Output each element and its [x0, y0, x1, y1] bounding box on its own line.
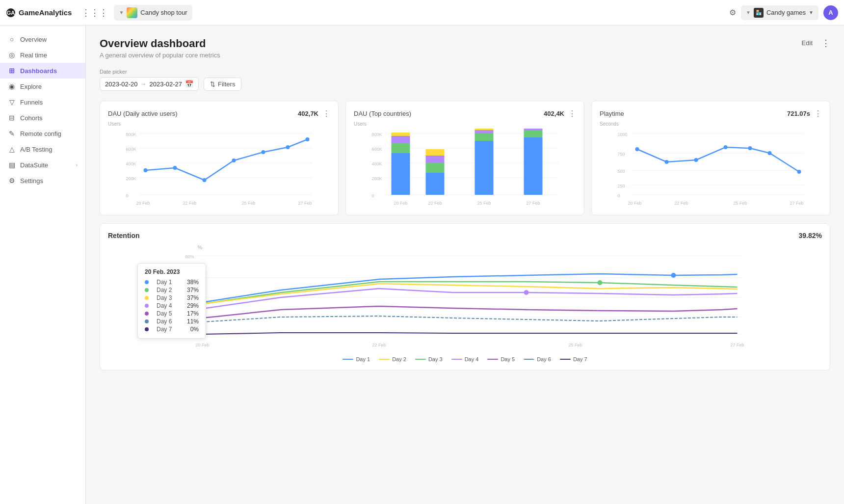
sidebar-item-remote-config[interactable]: ✎ Remote config	[0, 126, 85, 141]
legend-day4-label: Day 4	[465, 356, 479, 362]
svg-point-63	[635, 147, 639, 151]
svg-text:200K: 200K	[372, 176, 382, 181]
retention-card: Retention 39.82% 20 Feb. 2023 Day 1 38% …	[100, 223, 830, 371]
sidebar-label-settings: Settings	[20, 177, 43, 185]
card-dau-countries: DAU (Top countries) 402,4K ⋮ Users 800K …	[345, 101, 584, 215]
day5-label: Day 5	[157, 310, 179, 317]
svg-point-69	[797, 170, 801, 174]
svg-text:27 Feb: 27 Feb	[526, 201, 540, 206]
sidebar-item-dashboards[interactable]: ⊞ Dashboards	[0, 63, 85, 79]
date-range-input[interactable]: 2023-02-20 → 2023-02-27 📅	[100, 77, 199, 91]
filter-icon: ⇅	[210, 80, 215, 88]
card-playtime-value: 721.07s	[787, 110, 810, 117]
day7-label: Day 7	[157, 326, 183, 333]
day2-dot	[145, 288, 149, 292]
svg-rect-46	[524, 131, 543, 137]
retention-value: 39.82%	[799, 232, 822, 239]
day7-dot	[145, 327, 149, 331]
day4-label: Day 4	[157, 302, 179, 309]
day3-dot	[145, 296, 149, 300]
page-actions: Edit ⋮	[798, 37, 830, 49]
svg-text:250: 250	[618, 184, 625, 188]
chevron-org-icon: ▼	[746, 10, 751, 15]
sidebar-item-explore[interactable]: ◉ Explore	[0, 79, 85, 94]
legend-day2: Day 2	[379, 356, 406, 362]
svg-rect-40	[426, 149, 445, 156]
tooltip-row-day4: Day 4 29%	[145, 302, 199, 310]
org-selector[interactable]: ▼ 🏪 Candy games ▼	[741, 5, 818, 20]
svg-rect-37	[426, 173, 445, 195]
legend-day7-line	[560, 359, 571, 360]
dau-chart: 800K 600K 400K 200K 0	[108, 129, 330, 207]
sidebar-item-ab-testing[interactable]: △ A/B Testing	[0, 141, 85, 157]
svg-rect-42	[475, 133, 494, 141]
sidebar-label-realtime: Real time	[20, 52, 47, 59]
date-picker-label: Date picker	[100, 69, 830, 75]
svg-point-68	[768, 151, 772, 155]
sidebar-label-overview: Overview	[20, 36, 47, 43]
sidebar-item-realtime[interactable]: ◎ Real time	[0, 47, 85, 63]
card-dau-countries-axis: Users	[354, 121, 576, 127]
overview-icon: ○	[8, 35, 16, 43]
sidebar-item-overview[interactable]: ○ Overview	[0, 31, 85, 47]
retention-svg: 60% 45% 30% 15% 0	[108, 243, 822, 351]
svg-rect-43	[475, 130, 494, 133]
svg-text:60%: 60%	[185, 254, 194, 259]
topbar-right: ⚙ ▼ 🏪 Candy games ▼ A	[729, 5, 838, 20]
sidebar-item-cohorts[interactable]: ⊟ Cohorts	[0, 110, 85, 126]
more-options-button[interactable]: ⋮	[821, 38, 830, 49]
svg-text:200K: 200K	[126, 176, 136, 181]
svg-text:22 Feb: 22 Feb	[372, 343, 386, 347]
sidebar: ○ Overview ◎ Real time ⊞ Dashboards ◉ Ex…	[0, 26, 86, 504]
svg-text:22 Feb: 22 Feb	[183, 201, 196, 206]
chevron-down-icon: ▼	[809, 10, 814, 15]
svg-point-15	[232, 159, 236, 162]
settings-sidebar-icon: ⚙	[8, 177, 16, 185]
day6-label: Day 6	[157, 318, 179, 325]
legend-day2-line	[379, 359, 390, 360]
tooltip-row-day7: Day 7 0%	[145, 325, 199, 333]
day6-val: 11%	[187, 318, 199, 325]
playtime-chart: 1000 750 500 250 0	[600, 129, 822, 207]
grid-icon[interactable]: ⋮⋮⋮	[81, 7, 108, 18]
svg-text:0: 0	[372, 193, 374, 198]
card-playtime-more[interactable]: ⋮	[814, 109, 822, 118]
tooltip-row-day6: Day 6 11%	[145, 318, 199, 325]
sidebar-item-datasuite[interactable]: ▤ DataSuite ›	[0, 157, 85, 173]
cohorts-icon: ⊟	[8, 114, 16, 122]
retention-tooltip: 20 Feb. 2023 Day 1 38% Day 2 37% Day 3	[137, 263, 206, 339]
day2-label: Day 2	[157, 287, 179, 293]
org-icon: 🏪	[754, 8, 764, 18]
day6-dot	[145, 319, 149, 323]
card-dau-header: DAU (Daily active users) 402,7K ⋮	[108, 109, 330, 118]
legend-day5-label: Day 5	[501, 356, 515, 362]
settings-icon[interactable]: ⚙	[729, 8, 736, 17]
svg-text:22 Feb: 22 Feb	[674, 201, 688, 206]
svg-text:27 Feb: 27 Feb	[298, 201, 312, 206]
topbar: GA GameAnalytics ⋮⋮⋮ ▼ Candy shop tour ⚙…	[0, 0, 844, 26]
legend-day1: Day 1	[343, 356, 370, 362]
game-selector[interactable]: ▼ Candy shop tour	[114, 5, 192, 21]
legend-day1-label: Day 1	[356, 356, 370, 362]
card-dau-countries-header: DAU (Top countries) 402,4K ⋮	[354, 109, 576, 118]
legend-day2-label: Day 2	[392, 356, 406, 362]
sidebar-item-settings[interactable]: ⚙ Settings	[0, 173, 85, 188]
page-header-left: Overview dashboard A general overview of…	[100, 37, 220, 59]
svg-rect-35	[392, 136, 410, 143]
day3-label: Day 3	[157, 294, 179, 301]
main-content: Overview dashboard A general overview of…	[86, 26, 844, 504]
card-dau-countries-more[interactable]: ⋮	[568, 109, 576, 118]
filters-button[interactable]: ⇅ Filters	[204, 78, 241, 91]
card-dau-more[interactable]: ⋮	[322, 109, 330, 118]
avatar[interactable]: A	[823, 5, 838, 20]
svg-rect-38	[426, 163, 445, 173]
day4-val: 29%	[187, 302, 199, 309]
dashboards-icon: ⊞	[8, 67, 16, 75]
svg-text:600K: 600K	[372, 147, 382, 152]
sidebar-item-funnels[interactable]: ▽ Funnels	[0, 94, 85, 110]
svg-text:400K: 400K	[126, 161, 136, 166]
edit-button[interactable]: Edit	[798, 37, 817, 49]
day2-val: 37%	[187, 287, 199, 293]
card-playtime: Playtime 721.07s ⋮ Seconds 1000 750 500 …	[591, 101, 830, 215]
calendar-icon: 📅	[185, 80, 193, 88]
